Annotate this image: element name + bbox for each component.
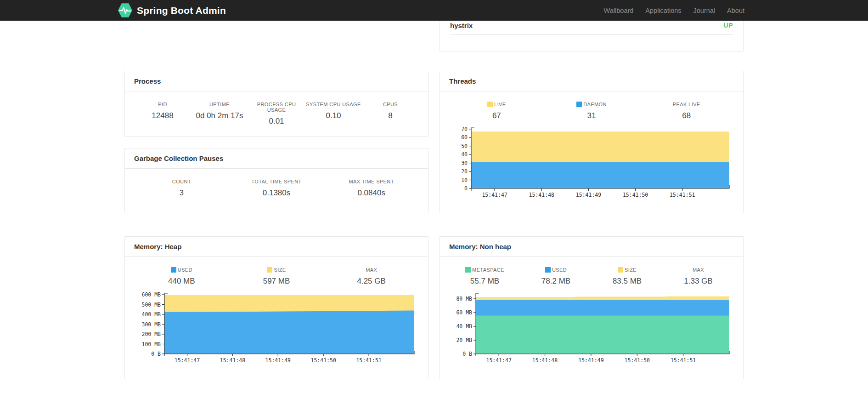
- nav-links: Wallboard Applications Journal About: [598, 7, 750, 14]
- svg-text:400 MB: 400 MB: [141, 311, 161, 318]
- svg-text:0 B: 0 B: [151, 351, 161, 357]
- stat-nonheap-used: USED 78.2 MB: [520, 267, 592, 286]
- nonheap-card-title: Memory: Non heap: [449, 243, 511, 251]
- nav-link-applications[interactable]: Applications: [639, 7, 687, 14]
- main-content: Process PID 12488 UPTIME 0d 0h 2m 17s PR…: [124, 21, 744, 379]
- svg-text:60: 60: [461, 134, 468, 141]
- threads-live-legend-swatch: [487, 102, 493, 107]
- stat-gc-count: COUNT 3: [134, 179, 229, 198]
- nav-link-about[interactable]: About: [721, 7, 750, 14]
- svg-text:15:41:49: 15:41:49: [578, 357, 603, 364]
- heap-card-title: Memory: Heap: [134, 243, 181, 251]
- svg-text:50: 50: [461, 143, 468, 149]
- svg-text:15:41:47: 15:41:47: [175, 357, 200, 364]
- memory-nonheap-card: Memory: Non heap METASPACE 55.7 MB USED …: [440, 236, 744, 379]
- stat-heap-max: MAX 4.25 GB: [324, 267, 419, 286]
- brand[interactable]: Spring Boot Admin: [118, 3, 226, 18]
- svg-text:15:41:49: 15:41:49: [576, 192, 601, 198]
- svg-text:0 B: 0 B: [462, 351, 472, 357]
- svg-text:60 MB: 60 MB: [456, 309, 472, 316]
- navbar: Spring Boot Admin Wallboard Applications…: [0, 0, 868, 21]
- stat-nonheap-max: MAX 1.33 GB: [663, 267, 734, 286]
- svg-text:600 MB: 600 MB: [141, 291, 161, 298]
- spring-boot-admin-logo-icon: [118, 3, 133, 18]
- svg-text:10: 10: [461, 177, 468, 183]
- memory-heap-card: Memory: Heap USED 440 MB SIZE 597 MB MAX…: [124, 236, 428, 379]
- stat-heap-used: USED 440 MB: [134, 267, 229, 286]
- svg-text:300 MB: 300 MB: [141, 321, 161, 328]
- svg-text:100 MB: 100 MB: [141, 341, 161, 347]
- nonheap-size-legend-swatch: [618, 267, 623, 273]
- svg-text:0: 0: [464, 185, 468, 192]
- application-status-row[interactable]: hystrix UP: [450, 21, 733, 34]
- garbage-collection-card: Garbage Collection Pauses COUNT 3 TOTAL …: [124, 148, 428, 213]
- stat-gc-total-time: TOTAL TIME SPENT 0.1380s: [229, 179, 324, 198]
- svg-text:15:41:51: 15:41:51: [671, 357, 696, 364]
- right-column: hystrix UP Threads LIVE 67 DAEMON 31: [440, 21, 744, 379]
- gc-stats: COUNT 3 TOTAL TIME SPENT 0.1380s MAX TIM…: [134, 179, 419, 198]
- svg-text:30: 30: [461, 160, 468, 166]
- svg-text:200 MB: 200 MB: [141, 331, 161, 337]
- threads-card: Threads LIVE 67 DAEMON 31 PEAK LIVE 68: [440, 71, 744, 213]
- brand-title: Spring Boot Admin: [137, 5, 226, 16]
- process-card: Process PID 12488 UPTIME 0d 0h 2m 17s PR…: [124, 71, 428, 137]
- svg-text:500 MB: 500 MB: [141, 302, 161, 308]
- svg-text:40 MB: 40 MB: [456, 323, 472, 330]
- svg-text:15:41:50: 15:41:50: [311, 357, 336, 364]
- svg-text:15:41:51: 15:41:51: [356, 357, 381, 364]
- stat-process-cpu-usage: PROCESS CPU USAGE 0.01: [248, 102, 305, 126]
- stat-uptime: UPTIME 0d 0h 2m 17s: [191, 102, 248, 126]
- gc-card-title: Garbage Collection Pauses: [134, 154, 223, 162]
- threads-card-title: Threads: [449, 77, 476, 85]
- nonheap-stats: METASPACE 55.7 MB USED 78.2 MB SIZE 83.5…: [449, 267, 734, 286]
- svg-text:15:41:51: 15:41:51: [670, 192, 695, 198]
- stat-system-cpu-usage: SYSTEM CPU USAGE 0.10: [305, 102, 362, 126]
- svg-text:15:41:47: 15:41:47: [482, 192, 507, 198]
- threads-chart: 01020304050607015:41:4715:41:4815:41:491…: [449, 125, 733, 203]
- nav-link-wallboard[interactable]: Wallboard: [598, 7, 640, 14]
- stat-pid: PID 12488: [134, 102, 191, 126]
- heap-used-legend-swatch: [171, 267, 176, 273]
- left-column: Process PID 12488 UPTIME 0d 0h 2m 17s PR…: [124, 21, 428, 379]
- svg-text:20 MB: 20 MB: [456, 337, 472, 343]
- nav-link-journal[interactable]: Journal: [688, 7, 721, 14]
- svg-text:15:41:47: 15:41:47: [486, 357, 512, 364]
- svg-text:15:41:48: 15:41:48: [529, 192, 554, 198]
- process-card-title: Process: [134, 77, 161, 85]
- threads-daemon-legend-swatch: [576, 102, 582, 107]
- svg-text:40: 40: [461, 151, 468, 158]
- heap-size-legend-swatch: [267, 267, 272, 273]
- stat-threads-live: LIVE 67: [449, 102, 544, 120]
- stat-nonheap-size: SIZE 83.5 MB: [592, 267, 663, 286]
- stat-threads-peak-live: PEAK LIVE 68: [639, 102, 734, 120]
- application-status-card: hystrix UP: [440, 21, 744, 51]
- svg-text:20: 20: [461, 168, 468, 175]
- svg-text:80 MB: 80 MB: [456, 296, 472, 302]
- stat-threads-daemon: DAEMON 31: [544, 102, 639, 120]
- nonheap-metaspace-legend-swatch: [465, 267, 471, 273]
- status-badge: UP: [724, 22, 733, 29]
- memory-heap-chart: 0 B100 MB200 MB300 MB400 MB500 MB600 MB1…: [134, 290, 418, 369]
- nonheap-used-legend-swatch: [545, 267, 551, 273]
- process-stats: PID 12488 UPTIME 0d 0h 2m 17s PROCESS CP…: [134, 102, 419, 126]
- threads-stats: LIVE 67 DAEMON 31 PEAK LIVE 68: [449, 102, 734, 120]
- stat-gc-max-time: MAX TIME SPENT 0.0840s: [324, 179, 419, 198]
- stat-nonheap-metaspace: METASPACE 55.7 MB: [449, 267, 520, 286]
- svg-text:15:41:49: 15:41:49: [265, 357, 291, 364]
- svg-text:15:41:48: 15:41:48: [532, 357, 558, 364]
- application-name: hystrix: [450, 22, 473, 29]
- svg-text:15:41:50: 15:41:50: [625, 357, 650, 364]
- stat-cpus: CPUS 8: [362, 102, 419, 126]
- svg-text:15:41:50: 15:41:50: [623, 192, 648, 198]
- memory-nonheap-chart: 0 B20 MB40 MB60 MB80 MB15:41:4715:41:481…: [449, 290, 733, 369]
- heap-stats: USED 440 MB SIZE 597 MB MAX 4.25 GB: [134, 267, 419, 286]
- svg-text:70: 70: [461, 126, 468, 132]
- svg-text:15:41:48: 15:41:48: [220, 357, 245, 364]
- stat-heap-size: SIZE 597 MB: [229, 267, 324, 286]
